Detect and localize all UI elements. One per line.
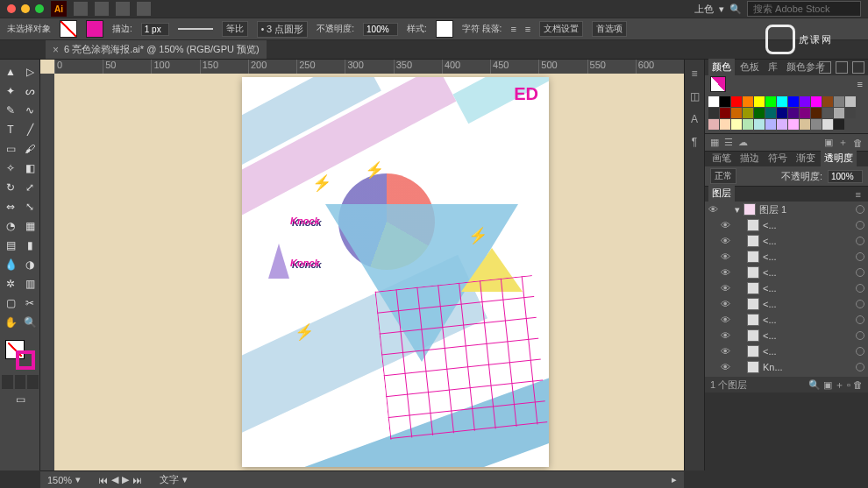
target-icon[interactable]: [856, 347, 864, 356]
color-fill-stroke-icon[interactable]: [710, 76, 726, 92]
target-icon[interactable]: [856, 300, 864, 308]
swatch-options-icon[interactable]: ☰: [724, 137, 733, 148]
fill-swatch[interactable]: [60, 20, 77, 38]
layer-name[interactable]: <...: [763, 283, 852, 294]
stroke-color-swatch[interactable]: [16, 350, 35, 370]
blend-mode-dropdown[interactable]: 正常: [710, 168, 736, 184]
swatch[interactable]: [777, 108, 787, 118]
swatch[interactable]: [743, 96, 753, 107]
swatch[interactable]: [731, 108, 742, 118]
swatch[interactable]: [788, 96, 799, 107]
canvas[interactable]: 050100150200250300350400450500550600 ⚡ ⚡…: [40, 60, 684, 470]
visibility-toggle-icon[interactable]: 👁: [721, 220, 731, 230]
shape-builder-tool[interactable]: ◔: [2, 217, 19, 235]
draw-normal[interactable]: [2, 375, 13, 389]
opacity-input[interactable]: [363, 23, 398, 36]
width-tool[interactable]: ⇔: [2, 198, 19, 216]
stroke-width-input[interactable]: [141, 23, 169, 36]
layer-name[interactable]: Kn...: [763, 362, 852, 372]
swatch[interactable]: [822, 96, 833, 107]
layer-row[interactable]: 👁<...: [705, 233, 868, 249]
artwork-zigzag[interactable]: ⚡: [468, 226, 487, 245]
panel-view-list-icon[interactable]: [836, 61, 848, 74]
style-swatch[interactable]: [436, 20, 453, 38]
free-transform-tool[interactable]: ⤡: [21, 198, 39, 216]
rectangle-tool[interactable]: ▭: [2, 140, 19, 158]
lasso-tool[interactable]: ᔕ: [21, 82, 39, 100]
artwork-zigzag[interactable]: ⚡: [365, 160, 384, 180]
bridge-icon[interactable]: [74, 2, 88, 16]
mesh-tool[interactable]: ▤: [2, 237, 19, 254]
perspective-tool[interactable]: ▦: [21, 217, 39, 235]
swatch[interactable]: [845, 96, 856, 107]
visibility-toggle-icon[interactable]: 👁: [721, 330, 731, 341]
layer-name[interactable]: 图层 1: [759, 203, 852, 216]
visibility-toggle-icon[interactable]: 👁: [721, 315, 731, 325]
draw-behind[interactable]: [15, 375, 26, 389]
cloud-icon[interactable]: ☁: [738, 137, 748, 148]
target-icon[interactable]: [856, 331, 864, 340]
layer-row[interactable]: 👁<...: [705, 280, 868, 296]
first-artboard-icon[interactable]: ⏮: [98, 475, 108, 485]
hand-tool[interactable]: ✋: [2, 314, 19, 331]
panel-menu-icon[interactable]: ≡: [852, 187, 864, 202]
swatch[interactable]: [708, 119, 719, 130]
layer-name[interactable]: <...: [763, 267, 852, 278]
target-icon[interactable]: [856, 284, 864, 293]
prev-artboard-icon[interactable]: ◀: [111, 474, 118, 485]
locate-object-icon[interactable]: 🔍: [808, 379, 821, 390]
layer-name[interactable]: <...: [763, 346, 852, 357]
panel-view-grid-icon[interactable]: [852, 61, 864, 74]
tab-stroke[interactable]: 描边: [736, 150, 763, 166]
screen-mode-button[interactable]: ▭: [2, 391, 39, 408]
layer-row[interactable]: 👁<...: [705, 249, 868, 265]
tab-layers[interactable]: 图层: [708, 185, 735, 202]
layer-row[interactable]: 👁<...: [705, 312, 868, 328]
stock-icon[interactable]: [95, 2, 109, 16]
swatch[interactable]: [822, 108, 833, 118]
layer-top-row[interactable]: 👁 ▾ 图层 1: [705, 202, 868, 217]
graph-tool[interactable]: ▥: [21, 275, 39, 293]
swatch[interactable]: [800, 108, 810, 118]
disclosure-icon[interactable]: ▾: [735, 204, 740, 216]
swatch[interactable]: [731, 119, 742, 130]
chevron-right-icon[interactable]: ▸: [672, 474, 677, 485]
tab-brushes[interactable]: 画笔: [708, 150, 735, 166]
artwork-zigzag[interactable]: ⚡: [312, 173, 331, 193]
swatch[interactable]: [811, 96, 822, 107]
swatch[interactable]: [743, 108, 753, 118]
swatch[interactable]: [822, 119, 833, 130]
chevron-down-icon[interactable]: ▾: [182, 474, 188, 485]
swatch[interactable]: [788, 108, 799, 118]
swatch[interactable]: [834, 119, 844, 130]
target-icon[interactable]: [856, 205, 864, 214]
layer-row[interactable]: 👁<...: [705, 296, 868, 312]
close-window-button[interactable]: [7, 4, 16, 13]
swatch[interactable]: [720, 119, 730, 130]
layer-row[interactable]: 👁<...: [705, 343, 868, 359]
tab-color[interactable]: 颜色: [708, 59, 735, 75]
swatch[interactable]: [765, 96, 776, 107]
swatch-kind-icon[interactable]: ▦: [710, 137, 719, 148]
artwork-zigzag[interactable]: ⚡: [295, 322, 314, 342]
symbol-sprayer-tool[interactable]: ✲: [2, 275, 19, 293]
swatch[interactable]: [834, 96, 844, 107]
swatch[interactable]: [708, 96, 719, 107]
target-icon[interactable]: [856, 252, 864, 261]
swatch[interactable]: [765, 108, 776, 118]
align-left-icon[interactable]: ≡: [510, 24, 516, 34]
layer-row[interactable]: 👁<...: [705, 217, 868, 233]
swatch[interactable]: [777, 96, 787, 107]
make-clipping-mask-icon[interactable]: ▣: [823, 379, 832, 390]
new-layer-icon[interactable]: ▫: [847, 379, 850, 390]
new-swatch-icon[interactable]: ＋: [838, 136, 848, 149]
swatch[interactable]: [800, 96, 810, 107]
visibility-toggle-icon[interactable]: 👁: [721, 299, 731, 309]
swatch[interactable]: [743, 119, 753, 130]
target-icon[interactable]: [856, 315, 864, 324]
brush-dropdown[interactable]: • 3 点圆形: [257, 21, 308, 38]
dropdown-arrow-icon[interactable]: ▾: [719, 4, 724, 15]
stroke-swatch[interactable]: [86, 20, 103, 38]
tab-libraries[interactable]: 库: [765, 59, 781, 75]
layer-row[interactable]: 👁Kn...: [705, 359, 868, 375]
